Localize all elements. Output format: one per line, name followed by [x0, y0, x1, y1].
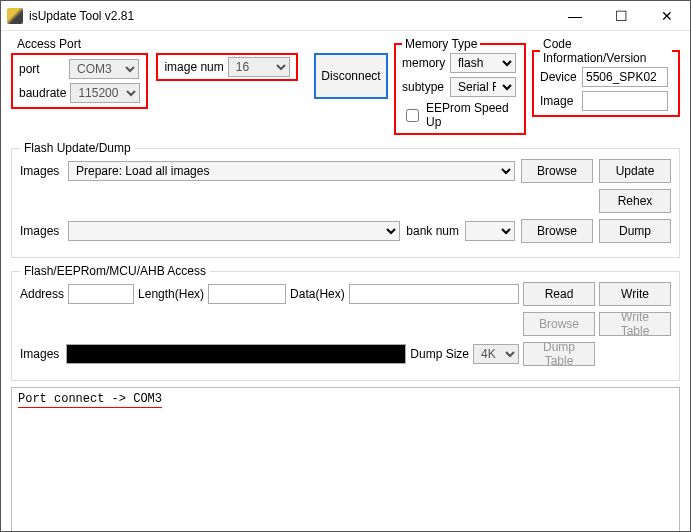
subtype-label: subtype	[402, 80, 446, 94]
memory-type-legend: Memory Type	[402, 37, 480, 51]
flash-update-legend: Flash Update/Dump	[20, 141, 135, 155]
port-baud-box: port COM3 baudrate 115200	[11, 53, 148, 109]
dump-button[interactable]: Dump	[599, 219, 671, 243]
eeprom-speedup-checkbox[interactable]	[406, 109, 419, 122]
flash-access-legend: Flash/EEPRom/MCU/AHB Access	[20, 264, 210, 278]
images-label-2: Images	[20, 224, 62, 238]
data-label: Data(Hex)	[290, 287, 345, 301]
flash-access-group: Flash/EEPRom/MCU/AHB Access Address Leng…	[11, 264, 680, 381]
log-line: Port connect -> COM3	[18, 392, 162, 408]
bank-num-select[interactable]	[465, 221, 515, 241]
image-num-box: image num 16	[156, 53, 297, 81]
memory-type-group: Memory Type memory flash subtype Serial …	[394, 37, 526, 135]
browse-button-3[interactable]: Browse	[523, 312, 595, 336]
browse-button-1[interactable]: Browse	[521, 159, 593, 183]
dump-table-button[interactable]: Dump Table	[523, 342, 595, 366]
images-label-3: Images	[20, 347, 62, 361]
memory-label: memory	[402, 56, 446, 70]
log-area[interactable]: Port connect -> COM3	[11, 387, 680, 532]
access-port-group: Access Port port COM3 baudrate 115200	[11, 37, 388, 109]
code-info-group: Code Information/Version Device Image	[532, 37, 680, 117]
app-icon	[7, 8, 23, 24]
write-button[interactable]: Write	[599, 282, 671, 306]
device-label: Device	[540, 70, 578, 84]
disconnect-button[interactable]: Disconnect	[314, 53, 388, 99]
port-select[interactable]: COM3	[69, 59, 139, 79]
close-button[interactable]: ✕	[644, 1, 690, 30]
eeprom-speedup-label: EEProm Speed Up	[426, 101, 518, 129]
image-num-select[interactable]: 16	[228, 57, 290, 77]
maximize-button[interactable]: ☐	[598, 1, 644, 30]
data-input[interactable]	[349, 284, 519, 304]
code-info-legend: Code Information/Version	[540, 37, 672, 65]
length-label: Length(Hex)	[138, 287, 204, 301]
baudrate-select[interactable]: 115200	[70, 83, 140, 103]
images-select-1[interactable]: Prepare: Load all images	[68, 161, 515, 181]
access-port-legend: Access Port	[13, 37, 85, 51]
address-label: Address	[20, 287, 64, 301]
images-select-2[interactable]	[68, 221, 400, 241]
images-select-3[interactable]	[66, 344, 406, 364]
browse-button-2[interactable]: Browse	[521, 219, 593, 243]
image-num-label: image num	[164, 60, 223, 74]
baudrate-label: baudrate	[19, 86, 66, 100]
address-input[interactable]	[68, 284, 134, 304]
images-label-1: Images	[20, 164, 62, 178]
write-table-button[interactable]: Write Table	[599, 312, 671, 336]
dump-size-label: Dump Size	[410, 347, 469, 361]
image-field[interactable]	[582, 91, 668, 111]
length-input[interactable]	[208, 284, 286, 304]
image-label: Image	[540, 94, 578, 108]
window-title: isUpdate Tool v2.81	[29, 9, 552, 23]
memory-select[interactable]: flash	[450, 53, 516, 73]
read-button[interactable]: Read	[523, 282, 595, 306]
port-label: port	[19, 62, 65, 76]
minimize-button[interactable]: —	[552, 1, 598, 30]
title-bar: isUpdate Tool v2.81 — ☐ ✕	[1, 1, 690, 31]
bank-num-label: bank num	[406, 224, 459, 238]
rehex-button[interactable]: Rehex	[599, 189, 671, 213]
flash-update-group: Flash Update/Dump Images Prepare: Load a…	[11, 141, 680, 258]
device-field[interactable]	[582, 67, 668, 87]
update-button[interactable]: Update	[599, 159, 671, 183]
subtype-select[interactable]: Serial Flash	[450, 77, 516, 97]
dump-size-select[interactable]: 4K	[473, 344, 519, 364]
